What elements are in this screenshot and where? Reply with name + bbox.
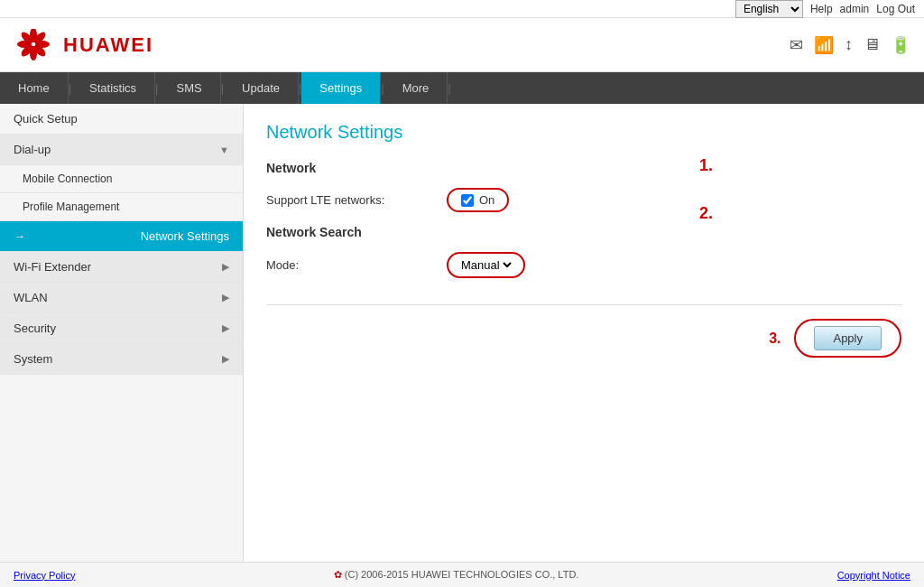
nav-statistics[interactable]: Statistics	[71, 72, 155, 104]
lte-checkbox-container[interactable]: On	[447, 188, 509, 212]
step1-indicator: 1.	[699, 156, 713, 175]
page-title: Network Settings	[266, 122, 901, 143]
sidebar-item-quick-setup[interactable]: Quick Setup	[0, 104, 243, 135]
lte-label: Support LTE networks:	[266, 193, 447, 207]
sidebar-item-mobile-connection[interactable]: Mobile Connection	[0, 165, 243, 193]
footer-logo-icon: ✿	[334, 569, 342, 580]
apply-area: 3. Apply	[266, 319, 901, 358]
copyright-notice-link[interactable]: Copyright Notice	[837, 570, 910, 581]
monitor-icon: 🖥	[864, 35, 880, 54]
main-nav: Home | Statistics | SMS | Update | Setti…	[0, 72, 924, 104]
mail-icon[interactable]: ✉	[790, 35, 803, 55]
privacy-policy-link[interactable]: Privacy Policy	[14, 570, 75, 581]
content-area: Network Settings Network Support LTE net…	[244, 104, 924, 562]
sidebar-item-wifi-extender[interactable]: Wi-Fi Extender ▶	[0, 252, 243, 283]
network-title-row: Network	[266, 161, 901, 175]
lte-on-label: On	[479, 193, 494, 207]
lte-row: Support LTE networks: On	[266, 188, 901, 212]
network-section-title: Network	[266, 161, 316, 175]
logout-link[interactable]: Log Out	[876, 3, 915, 15]
mode-label: Mode:	[266, 258, 447, 272]
arrows-icon: ↕	[845, 35, 853, 54]
nav-update[interactable]: Update	[224, 72, 299, 104]
sidebar-item-network-settings[interactable]: Network Settings	[0, 221, 243, 252]
step2-indicator: 2.	[699, 204, 713, 223]
mode-select[interactable]: Auto Manual	[457, 257, 514, 273]
battery-icon: 🔋	[891, 35, 910, 55]
security-chevron: ▶	[222, 322, 229, 334]
admin-link[interactable]: admin	[840, 3, 870, 15]
top-bar: English Chinese French German Spanish He…	[0, 0, 924, 18]
network-fields: Network Support LTE networks: On Network…	[266, 161, 901, 291]
mode-select-container[interactable]: Auto Manual	[447, 252, 525, 278]
sidebar-item-security[interactable]: Security ▶	[0, 313, 243, 344]
footer: Privacy Policy ✿ (C) 2006-2015 HUAWEI TE…	[0, 562, 924, 587]
brand-name: HUAWEI	[63, 33, 153, 57]
network-section: Network Support LTE networks: On Network…	[266, 161, 901, 291]
apply-button[interactable]: Apply	[814, 326, 882, 350]
step1-number: 1.	[699, 156, 713, 174]
sidebar-item-system[interactable]: System ▶	[0, 344, 243, 375]
help-link[interactable]: Help	[810, 3, 833, 15]
lte-checkbox[interactable]	[461, 194, 474, 207]
sidebar-item-dial-up[interactable]: Dial-up ▼	[0, 135, 243, 165]
footer-copyright: ✿ (C) 2006-2015 HUAWEI TECHNOLOGIES CO.,…	[334, 569, 579, 581]
signal-icon: 📶	[814, 35, 834, 55]
step3-label: 3.	[769, 331, 781, 347]
mode-row: Mode: Auto Manual	[266, 252, 901, 278]
wlan-chevron: ▶	[222, 292, 229, 303]
section-divider	[266, 304, 901, 305]
nav-more[interactable]: More	[384, 72, 448, 104]
network-search-title-row: Network Search	[266, 225, 901, 239]
sidebar: Quick Setup Dial-up ▼ Mobile Connection …	[0, 104, 244, 562]
logo: HUAWEI	[14, 29, 153, 61]
header: HUAWEI ✉ 📶 ↕ 🖥 🔋	[0, 18, 924, 72]
nav-settings[interactable]: Settings	[301, 72, 381, 104]
system-chevron: ▶	[222, 353, 229, 365]
nav-sms[interactable]: SMS	[158, 72, 220, 104]
sidebar-item-wlan[interactable]: WLAN ▶	[0, 283, 243, 313]
sidebar-item-profile-management[interactable]: Profile Management	[0, 193, 243, 221]
language-select[interactable]: English Chinese French German Spanish	[735, 0, 803, 18]
huawei-logo-icon	[14, 29, 54, 61]
main-layout: Quick Setup Dial-up ▼ Mobile Connection …	[0, 104, 924, 562]
dial-up-chevron: ▼	[219, 144, 229, 155]
network-search-title: Network Search	[266, 225, 362, 239]
header-icons: ✉ 📶 ↕ 🖥 🔋	[790, 35, 910, 55]
step2-number: 2.	[699, 204, 713, 222]
wifi-extender-chevron: ▶	[222, 261, 229, 273]
apply-button-container: Apply	[794, 319, 901, 358]
nav-home[interactable]: Home	[0, 72, 69, 104]
